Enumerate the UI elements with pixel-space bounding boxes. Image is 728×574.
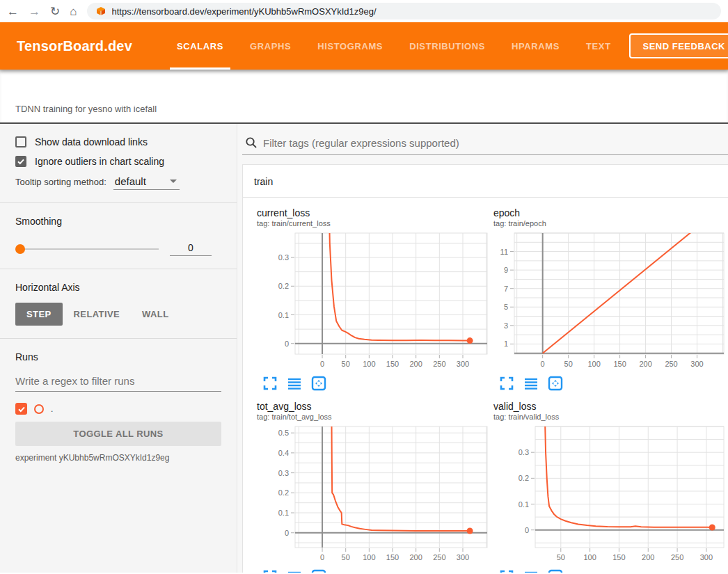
svg-text:200: 200: [409, 360, 422, 368]
section-header-train[interactable]: train: [243, 165, 728, 198]
chart-toolbar: [493, 376, 725, 391]
fullscreen-icon[interactable]: [262, 376, 278, 391]
svg-text:0.4: 0.4: [278, 449, 289, 457]
fullscreen-icon[interactable]: [499, 376, 514, 391]
axis-relative-button[interactable]: RELATIVE: [63, 303, 132, 326]
tab-graphs[interactable]: GRAPHS: [247, 22, 294, 70]
send-feedback-button[interactable]: SEND FEEDBACK: [629, 33, 728, 58]
reload-icon[interactable]: ↻: [50, 6, 60, 17]
experiment-id-label: experiment yKUbhb5wRmOSXYkId1z9eg: [15, 453, 221, 463]
svg-text:0: 0: [320, 360, 324, 368]
svg-text:200: 200: [642, 553, 654, 561]
fit-domain-icon[interactable]: [548, 569, 563, 573]
svg-text:100: 100: [587, 360, 600, 368]
svg-text:50: 50: [342, 360, 350, 368]
svg-text:50: 50: [342, 553, 350, 561]
svg-text:100: 100: [363, 553, 375, 561]
fullscreen-icon[interactable]: [499, 569, 514, 573]
tab-histograms[interactable]: HISTOGRAMS: [315, 22, 386, 70]
line-chart-valid-loss[interactable]: 5010015020025030000.10.20.3: [493, 425, 725, 564]
chart-tag: tag: train/tot_avg_loss: [257, 413, 488, 421]
fullscreen-icon[interactable]: [262, 569, 278, 573]
experiment-title: TDNN training for yesno with icefall: [15, 104, 157, 114]
axis-wall-button[interactable]: WALL: [131, 303, 180, 326]
smoothing-slider-thumb[interactable]: [15, 244, 25, 254]
run-checkbox[interactable]: [15, 403, 27, 415]
svg-text:100: 100: [363, 360, 375, 368]
tab-hparams[interactable]: HPARAMS: [509, 22, 562, 70]
svg-text:0.1: 0.1: [278, 311, 289, 319]
toggle-all-runs-button[interactable]: TOGGLE ALL RUNS: [15, 422, 221, 446]
tag-filter-input[interactable]: [263, 137, 728, 149]
experiment-title-band: TDNN training for yesno with icefall: [0, 70, 728, 124]
svg-text:50: 50: [557, 553, 565, 561]
svg-text:0: 0: [525, 526, 529, 534]
svg-text:0.1: 0.1: [519, 500, 529, 509]
chart-toolbar: [493, 569, 725, 573]
tab-scalars[interactable]: SCALARS: [174, 22, 226, 70]
chart-title: tot_avg_loss: [257, 401, 488, 412]
chart-card-tot-avg-loss: tot_avg_loss tag: train/tot_avg_loss 050…: [257, 401, 488, 573]
chart-card-valid-loss: valid_loss tag: train/valid_loss 5010015…: [493, 401, 725, 573]
back-icon[interactable]: ←: [7, 6, 19, 17]
svg-text:200: 200: [409, 553, 422, 561]
tensorboard-favicon: [95, 6, 106, 17]
line-chart-current-loss[interactable]: 05010015020025030000.10.20.3: [257, 232, 488, 371]
svg-text:150: 150: [386, 553, 399, 561]
svg-text:100: 100: [583, 553, 596, 561]
fit-domain-icon[interactable]: [311, 569, 326, 573]
chart-title: epoch: [493, 207, 725, 218]
home-icon[interactable]: ⌂: [70, 6, 77, 17]
svg-text:0: 0: [320, 553, 324, 561]
svg-text:250: 250: [665, 360, 677, 368]
svg-text:250: 250: [671, 553, 683, 561]
chart-tag: tag: train/valid_loss: [493, 413, 725, 421]
svg-text:300: 300: [700, 553, 713, 561]
svg-text:3: 3: [504, 321, 508, 330]
svg-text:0.2: 0.2: [519, 474, 529, 482]
ignore-outliers-checkbox[interactable]: Ignore outliers in chart scaling: [15, 156, 221, 167]
data-download-icon[interactable]: [523, 569, 539, 573]
svg-text:0.3: 0.3: [278, 253, 289, 262]
nav-tabs: SCALARS GRAPHS HISTOGRAMS DISTRIBUTIONS …: [174, 22, 614, 70]
svg-text:250: 250: [433, 360, 445, 368]
train-section-card: train current_loss tag: train/current_lo…: [242, 164, 728, 573]
smoothing-slider[interactable]: [15, 248, 159, 250]
svg-text:7: 7: [504, 285, 508, 293]
svg-text:0.2: 0.2: [278, 282, 289, 290]
runs-regex-input[interactable]: [15, 372, 221, 392]
chart-toolbar: [257, 569, 488, 573]
tooltip-sorting-value: default: [115, 175, 146, 187]
tab-distributions[interactable]: DISTRIBUTIONS: [406, 22, 488, 70]
fit-domain-icon[interactable]: [548, 376, 563, 391]
svg-text:0.3: 0.3: [278, 469, 289, 477]
smoothing-value[interactable]: 0: [170, 242, 212, 256]
svg-text:300: 300: [690, 360, 703, 368]
line-chart-tot-avg-loss[interactable]: 05010015020025030000.10.20.30.40.5: [257, 425, 488, 564]
data-download-icon[interactable]: [523, 376, 539, 391]
axis-step-button[interactable]: STEP: [15, 303, 63, 326]
svg-text:1: 1: [504, 340, 508, 348]
svg-text:0: 0: [285, 529, 289, 537]
run-name: .: [51, 404, 53, 414]
ignore-outliers-label: Ignore outliers in chart scaling: [35, 156, 164, 167]
brand-title[interactable]: TensorBoard.dev: [17, 38, 132, 54]
svg-text:9: 9: [504, 266, 508, 274]
checkbox-checked-icon: [15, 156, 26, 167]
svg-text:0.5: 0.5: [278, 429, 289, 437]
forward-icon[interactable]: →: [29, 6, 40, 17]
settings-sidebar: Show data download links Ignore outliers…: [0, 124, 237, 573]
data-download-icon[interactable]: [287, 569, 302, 573]
smoothing-label: Smoothing: [15, 216, 221, 227]
run-color-swatch: [34, 404, 44, 414]
tab-text[interactable]: TEXT: [583, 22, 614, 70]
line-chart-epoch[interactable]: 0501001502002503001357911: [493, 232, 725, 371]
tooltip-sorting-select[interactable]: default: [113, 175, 180, 190]
svg-text:0.1: 0.1: [278, 509, 289, 517]
tag-filter: [242, 134, 728, 155]
show-download-links-checkbox[interactable]: Show data download links: [15, 136, 221, 148]
data-download-icon[interactable]: [287, 376, 302, 391]
address-bar[interactable]: https://tensorboard.dev/experiment/yKUbh…: [87, 3, 721, 19]
svg-text:150: 150: [386, 360, 399, 368]
fit-domain-icon[interactable]: [311, 376, 326, 391]
